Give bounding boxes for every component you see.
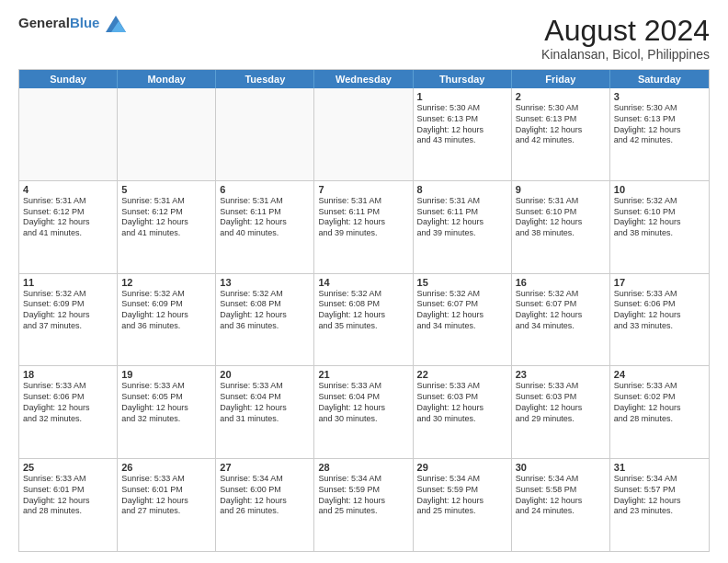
cell-content: Sunrise: 5:30 AM Sunset: 6:13 PM Dayligh… [614,103,705,146]
day-number: 19 [121,369,211,380]
logo-icon [106,16,126,32]
cell-content: Sunrise: 5:32 AM Sunset: 6:08 PM Dayligh… [220,289,310,332]
cell-content: Sunrise: 5:31 AM Sunset: 6:12 PM Dayligh… [121,196,211,239]
cell-content: Sunrise: 5:33 AM Sunset: 6:05 PM Dayligh… [121,381,211,424]
calendar-cell: 26Sunrise: 5:33 AM Sunset: 6:01 PM Dayli… [118,459,216,551]
day-number: 18 [23,369,113,380]
calendar-cell [19,88,118,180]
calendar-cell: 13Sunrise: 5:32 AM Sunset: 6:08 PM Dayli… [216,274,314,366]
day-number: 2 [516,91,606,102]
day-number: 10 [614,184,705,195]
cell-content: Sunrise: 5:33 AM Sunset: 6:04 PM Dayligh… [318,381,408,424]
logo-general: General [18,15,70,30]
cell-content: Sunrise: 5:31 AM Sunset: 6:11 PM Dayligh… [417,196,507,239]
calendar-cell: 11Sunrise: 5:32 AM Sunset: 6:09 PM Dayli… [19,274,118,366]
calendar-cell: 14Sunrise: 5:32 AM Sunset: 6:08 PM Dayli… [314,274,413,366]
cell-content: Sunrise: 5:30 AM Sunset: 6:13 PM Dayligh… [417,103,507,146]
title-block: August 2024 Kinalansan, Bicol, Philippin… [541,15,710,62]
cell-content: Sunrise: 5:32 AM Sunset: 6:08 PM Dayligh… [318,289,408,332]
calendar-cell: 19Sunrise: 5:33 AM Sunset: 6:05 PM Dayli… [118,366,216,458]
calendar-cell [314,88,413,180]
cell-content: Sunrise: 5:34 AM Sunset: 5:57 PM Dayligh… [614,474,705,517]
calendar-cell: 15Sunrise: 5:32 AM Sunset: 6:07 PM Dayli… [414,274,512,366]
day-number: 22 [417,369,507,380]
day-number: 7 [318,184,408,195]
cal-header-tuesday: Tuesday [216,70,314,88]
logo-blue: Blue [70,15,100,30]
calendar-cell: 20Sunrise: 5:33 AM Sunset: 6:04 PM Dayli… [216,366,314,458]
calendar-body: 1Sunrise: 5:30 AM Sunset: 6:13 PM Daylig… [19,88,709,551]
calendar-cell: 6Sunrise: 5:31 AM Sunset: 6:11 PM Daylig… [216,181,314,273]
day-number: 24 [614,369,705,380]
calendar-cell: 4Sunrise: 5:31 AM Sunset: 6:12 PM Daylig… [19,181,118,273]
calendar-cell: 31Sunrise: 5:34 AM Sunset: 5:57 PM Dayli… [610,459,709,551]
cal-header-sunday: Sunday [19,70,118,88]
cell-content: Sunrise: 5:33 AM Sunset: 6:04 PM Dayligh… [220,381,310,424]
day-number: 14 [318,277,408,288]
cal-header-saturday: Saturday [610,70,709,88]
day-number: 8 [417,184,507,195]
cal-header-thursday: Thursday [414,70,512,88]
calendar-cell: 28Sunrise: 5:34 AM Sunset: 5:59 PM Dayli… [314,459,413,551]
calendar-cell: 5Sunrise: 5:31 AM Sunset: 6:12 PM Daylig… [118,181,216,273]
cell-content: Sunrise: 5:31 AM Sunset: 6:11 PM Dayligh… [318,196,408,239]
day-number: 11 [23,277,113,288]
day-number: 26 [121,462,211,473]
calendar-cell: 29Sunrise: 5:34 AM Sunset: 5:59 PM Dayli… [414,459,512,551]
main-title: August 2024 [541,15,710,47]
calendar-cell: 3Sunrise: 5:30 AM Sunset: 6:13 PM Daylig… [610,88,709,180]
calendar-week-1: 1Sunrise: 5:30 AM Sunset: 6:13 PM Daylig… [19,88,709,180]
day-number: 25 [23,462,113,473]
day-number: 3 [614,91,705,102]
calendar-cell: 18Sunrise: 5:33 AM Sunset: 6:06 PM Dayli… [19,366,118,458]
calendar-cell: 12Sunrise: 5:32 AM Sunset: 6:09 PM Dayli… [118,274,216,366]
day-number: 1 [417,91,507,102]
cal-header-friday: Friday [512,70,610,88]
day-number: 20 [220,369,310,380]
cell-content: Sunrise: 5:34 AM Sunset: 5:59 PM Dayligh… [417,474,507,517]
day-number: 9 [516,184,606,195]
calendar-cell [118,88,216,180]
day-number: 23 [516,369,606,380]
cell-content: Sunrise: 5:33 AM Sunset: 6:06 PM Dayligh… [614,289,705,332]
day-number: 5 [121,184,211,195]
calendar-header: SundayMondayTuesdayWednesdayThursdayFrid… [19,70,709,88]
calendar-cell: 9Sunrise: 5:31 AM Sunset: 6:10 PM Daylig… [512,181,610,273]
cal-header-monday: Monday [118,70,216,88]
calendar-cell [216,88,314,180]
day-number: 13 [220,277,310,288]
day-number: 21 [318,369,408,380]
cell-content: Sunrise: 5:31 AM Sunset: 6:10 PM Dayligh… [516,196,606,239]
cell-content: Sunrise: 5:32 AM Sunset: 6:07 PM Dayligh… [417,289,507,332]
calendar-cell: 10Sunrise: 5:32 AM Sunset: 6:10 PM Dayli… [610,181,709,273]
day-number: 31 [614,462,705,473]
cell-content: Sunrise: 5:33 AM Sunset: 6:06 PM Dayligh… [23,381,113,424]
cell-content: Sunrise: 5:33 AM Sunset: 6:03 PM Dayligh… [417,381,507,424]
cell-content: Sunrise: 5:34 AM Sunset: 5:58 PM Dayligh… [516,474,606,517]
cell-content: Sunrise: 5:32 AM Sunset: 6:07 PM Dayligh… [516,289,606,332]
cell-content: Sunrise: 5:32 AM Sunset: 6:10 PM Dayligh… [614,196,705,239]
calendar: SundayMondayTuesdayWednesdayThursdayFrid… [18,69,710,552]
calendar-cell: 22Sunrise: 5:33 AM Sunset: 6:03 PM Dayli… [414,366,512,458]
day-number: 4 [23,184,113,195]
calendar-cell: 21Sunrise: 5:33 AM Sunset: 6:04 PM Dayli… [314,366,413,458]
day-number: 6 [220,184,310,195]
cell-content: Sunrise: 5:30 AM Sunset: 6:13 PM Dayligh… [516,103,606,146]
cal-header-wednesday: Wednesday [314,70,413,88]
calendar-week-5: 25Sunrise: 5:33 AM Sunset: 6:01 PM Dayli… [19,458,709,551]
cell-content: Sunrise: 5:34 AM Sunset: 5:59 PM Dayligh… [318,474,408,517]
day-number: 29 [417,462,507,473]
cell-content: Sunrise: 5:32 AM Sunset: 6:09 PM Dayligh… [23,289,113,332]
calendar-cell: 7Sunrise: 5:31 AM Sunset: 6:11 PM Daylig… [314,181,413,273]
calendar-week-2: 4Sunrise: 5:31 AM Sunset: 6:12 PM Daylig… [19,180,709,273]
sub-title: Kinalansan, Bicol, Philippines [541,47,710,62]
cell-content: Sunrise: 5:33 AM Sunset: 6:01 PM Dayligh… [121,474,211,517]
cell-content: Sunrise: 5:31 AM Sunset: 6:11 PM Dayligh… [220,196,310,239]
calendar-cell: 17Sunrise: 5:33 AM Sunset: 6:06 PM Dayli… [610,274,709,366]
day-number: 16 [516,277,606,288]
day-number: 15 [417,277,507,288]
calendar-cell: 24Sunrise: 5:33 AM Sunset: 6:02 PM Dayli… [610,366,709,458]
cell-content: Sunrise: 5:32 AM Sunset: 6:09 PM Dayligh… [121,289,211,332]
day-number: 12 [121,277,211,288]
calendar-week-3: 11Sunrise: 5:32 AM Sunset: 6:09 PM Dayli… [19,273,709,366]
